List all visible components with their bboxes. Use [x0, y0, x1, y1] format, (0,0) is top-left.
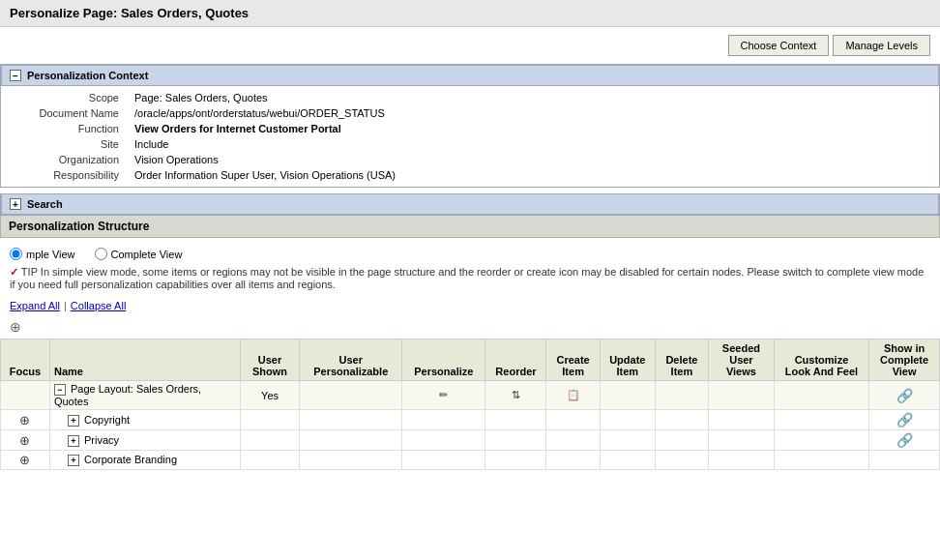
context-row-responsibility: Responsibility Order Information Super U… [1, 167, 939, 183]
focus-cross-icon[interactable]: ⊕ [19, 413, 30, 427]
search-header-label: Search [27, 198, 63, 210]
simple-view-radio[interactable] [10, 248, 22, 260]
structure-header: Personalization Structure [0, 216, 940, 238]
document-value: /oracle/apps/ont/orderstatus/webui/ORDER… [127, 105, 939, 121]
seeded-views-cell [709, 381, 775, 410]
focus-cross-icon[interactable]: ⊕ [19, 453, 30, 467]
show-complete-cell: 🔗 [869, 430, 940, 451]
user-shown-cell: Yes [240, 381, 300, 410]
personalize-cell: ✏ [402, 381, 485, 410]
col-personalize: Personalize [402, 339, 485, 381]
create-item-icon[interactable]: 📋 [567, 389, 580, 401]
context-row-site: Site Include [1, 136, 939, 152]
search-toggle-icon[interactable]: + [10, 198, 21, 210]
site-value: Include [127, 136, 939, 152]
col-customize: CustomizeLook And Feel [774, 339, 868, 381]
personalizable-cell [300, 381, 402, 410]
focus-cell: ⊕ [1, 451, 50, 470]
site-label: Site [1, 136, 127, 152]
separator: | [64, 300, 67, 311]
pencil-icon[interactable]: ✏ [439, 389, 448, 401]
table-row: ⊕ + Privacy 🔗 [1, 430, 940, 451]
scope-value: Page: Sales Orders, Quotes [127, 90, 939, 105]
scope-label: Scope [1, 90, 127, 105]
user-shown-cell [240, 410, 300, 430]
personalization-context-section: − Personalization Context Scope Page: Sa… [0, 64, 940, 188]
show-complete-cell: 🔗 [869, 381, 940, 410]
complete-view-option[interactable]: Complete View [95, 248, 183, 260]
context-toggle-icon[interactable]: − [10, 70, 21, 81]
tip-content: TIP In simple view mode, some items or r… [10, 266, 924, 290]
reorder-cell [485, 430, 546, 451]
col-create-item: CreateItem [546, 339, 600, 381]
collapse-all-link[interactable]: Collapse All [71, 300, 126, 311]
col-reorder: Reorder [485, 339, 546, 381]
col-personalizable: UserPersonalizable [300, 339, 402, 381]
personalize-cell [402, 430, 485, 451]
seeded-views-cell [709, 430, 775, 451]
update-item-cell [600, 410, 655, 430]
table-row: ⊕ + Copyright 🔗 [1, 410, 940, 430]
customize-cell [774, 451, 868, 470]
show-complete-cell [869, 451, 940, 470]
simple-view-option[interactable]: mple View [10, 248, 75, 260]
search-header: + Search [1, 193, 939, 215]
top-button-bar: Choose Context Manage Levels [0, 27, 940, 64]
delete-item-cell [655, 381, 708, 410]
create-item-cell [546, 430, 600, 451]
create-item-cell [546, 410, 600, 430]
delete-item-cell [655, 451, 708, 470]
seeded-views-cell [709, 451, 775, 470]
org-label: Organization [1, 152, 127, 167]
personalizable-cell [300, 451, 402, 470]
focus-cell: ⊕ [1, 430, 50, 451]
add-icon-row: ⊕ [0, 315, 940, 339]
col-show-complete: Show inCompleteView [869, 339, 940, 381]
checkmark-icon: ✓ [10, 266, 18, 278]
table-row: − Page Layout: Sales Orders, Quotes Yes … [1, 381, 940, 410]
show-complete-icon[interactable]: 🔗 [896, 412, 913, 427]
manage-levels-button[interactable]: Manage Levels [833, 35, 930, 56]
show-complete-icon[interactable]: 🔗 [896, 432, 913, 448]
row-toggle-icon[interactable]: − [54, 384, 66, 396]
context-content: Scope Page: Sales Orders, Quotes Documen… [1, 86, 939, 187]
focus-cross-icon[interactable]: ⊕ [19, 433, 30, 448]
col-delete-item: DeleteItem [655, 339, 708, 381]
col-user-shown: UserShown [240, 339, 300, 381]
table-header-row: Focus Name UserShown UserPersonalizable … [1, 339, 940, 381]
choose-context-button[interactable]: Choose Context [728, 35, 830, 56]
create-item-cell [546, 451, 600, 470]
delete-item-cell [655, 430, 708, 451]
show-complete-icon[interactable]: 🔗 [896, 388, 913, 403]
document-label: Document Name [1, 105, 127, 121]
customize-cell [774, 410, 868, 430]
view-options: mple View Complete View [0, 238, 940, 264]
seeded-views-cell [709, 410, 775, 430]
name-cell: + Privacy [49, 430, 240, 451]
personalization-table: Focus Name UserShown UserPersonalizable … [0, 339, 940, 470]
row-toggle-icon[interactable]: + [68, 455, 79, 466]
context-table: Scope Page: Sales Orders, Quotes Documen… [1, 90, 939, 183]
reorder-cell [485, 451, 546, 470]
show-complete-cell: 🔗 [869, 410, 940, 430]
complete-view-radio[interactable] [95, 248, 107, 260]
name-cell: + Copyright [49, 410, 240, 430]
table-row: ⊕ + Corporate Branding [1, 451, 940, 470]
col-focus: Focus [1, 339, 50, 381]
add-row-icon[interactable]: ⊕ [10, 319, 21, 335]
name-cell: + Corporate Branding [49, 451, 240, 470]
row-toggle-icon[interactable]: + [68, 415, 79, 427]
focus-cell: ⊕ [1, 410, 50, 430]
reorder-icon[interactable]: ⇅ [512, 389, 520, 401]
function-label: Function [1, 121, 127, 136]
personalizable-cell [300, 430, 402, 451]
update-item-cell [600, 451, 655, 470]
expand-all-link[interactable]: Expand All [10, 300, 60, 311]
complete-view-label: Complete View [111, 249, 183, 260]
row-toggle-icon[interactable]: + [68, 435, 79, 447]
create-item-cell: 📋 [546, 381, 600, 410]
focus-cell [1, 381, 50, 410]
tip-text: ✓ TIP In simple view mode, some items or… [0, 264, 940, 296]
simple-view-label: mple View [26, 249, 75, 260]
name-cell: − Page Layout: Sales Orders, Quotes [49, 381, 240, 410]
